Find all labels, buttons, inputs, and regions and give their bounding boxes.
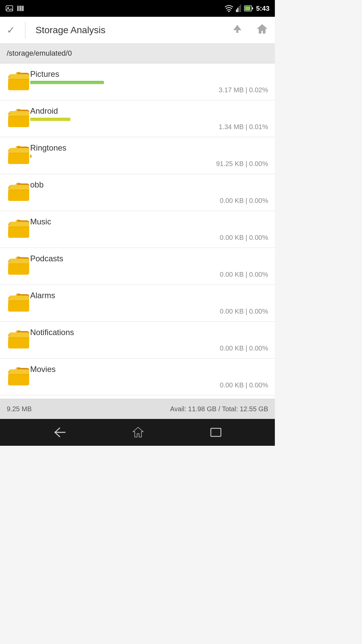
folder-icon [7,328,30,352]
bottom-status-bar: 9.25 MB Avail: 11.98 GB / Total: 12.55 G… [0,399,275,419]
recents-button[interactable] [210,427,222,437]
folder-info: Alarms0.00 KB | 0.00% [30,291,268,315]
svg-rect-14 [245,6,250,10]
folder-info: Android1.34 MB | 0.01% [30,106,268,131]
up-button[interactable] [232,23,243,37]
folder-size: 91.25 KB | 0.00% [30,160,268,168]
signal-icon [236,5,241,12]
folder-info: obb0.00 KB | 0.00% [30,180,268,205]
folder-info: Music0.00 KB | 0.00% [30,217,268,241]
folder-info: Notifications0.00 KB | 0.00% [30,328,268,352]
svg-marker-15 [233,25,241,30]
folder-icon [7,181,30,204]
path-bar: /storage/emulated/0 [0,44,275,63]
folder-name: Movies [30,365,268,374]
folder-list: Pictures3.17 MB | 0.02% Android1.34 MB |… [0,63,275,399]
folder-item-android[interactable]: Android1.34 MB | 0.01% [0,100,275,137]
folder-progress-bar-container [30,192,268,195]
svg-rect-2 [17,6,18,11]
svg-rect-0 [6,6,13,11]
folder-size: 0.00 KB | 0.00% [30,234,268,241]
folder-icon [7,144,30,167]
folder-icon [7,365,30,388]
svg-rect-3 [19,6,20,11]
used-space: 9.25 MB [7,405,32,413]
folder-progress-bar [30,118,70,121]
folder-progress-bar-container [30,376,268,379]
status-right-icons: 5:43 [225,5,269,12]
folder-progress-bar-container [30,302,268,306]
folder-size: 0.00 KB | 0.00% [30,197,268,205]
folder-item-music[interactable]: Music0.00 KB | 0.00% [0,211,275,248]
folder-size: 0.00 KB | 0.00% [30,381,268,389]
folder-icon [7,107,30,130]
folder-item-movies[interactable]: Movies0.00 KB | 0.00% [0,359,275,395]
folder-progress-bar-container [30,118,268,121]
toolbar-divider [25,22,25,39]
home-button[interactable] [256,23,268,37]
barcode-icon [17,4,25,12]
folder-size: 3.17 MB | 0.02% [30,86,268,94]
status-left-icons [5,4,25,12]
svg-rect-16 [236,30,238,33]
folder-size: 0.00 KB | 0.00% [30,308,268,315]
folder-icon [7,218,30,241]
svg-rect-9 [237,8,238,12]
check-button[interactable]: ✓ [7,24,15,36]
folder-progress-bar [30,81,104,84]
folder-name: Music [30,217,268,226]
folder-size: 1.34 MB | 0.01% [30,123,268,131]
folder-progress-bar-container [30,155,268,158]
current-path: /storage/emulated/0 [7,49,72,57]
folder-item-alarms[interactable]: Alarms0.00 KB | 0.00% [0,285,275,322]
folder-name: obb [30,180,268,190]
folder-item-ringtones[interactable]: Ringtones91.25 KB | 0.00% [0,137,275,174]
folder-info: Podcasts0.00 KB | 0.00% [30,254,268,278]
folder-icon [7,255,30,278]
svg-rect-10 [239,6,240,12]
nav-bar [0,419,275,446]
svg-rect-20 [211,428,221,436]
page-title: Storage Analysis [36,25,225,36]
folder-item-obb[interactable]: obb0.00 KB | 0.00% [0,174,275,211]
svg-rect-13 [252,7,253,9]
folder-name: Alarms [30,291,268,300]
toolbar: ✓ Storage Analysis [0,17,275,44]
back-button[interactable] [53,427,66,437]
svg-point-7 [228,11,230,12]
folder-name: Pictures [30,69,268,79]
folder-info: Movies0.00 KB | 0.00% [30,365,268,389]
folder-icon [7,291,30,315]
folder-progress-bar-container [30,81,268,84]
svg-marker-19 [133,427,143,437]
folder-name: Ringtones [30,143,268,153]
folder-name: Android [30,106,268,116]
folder-size: 0.00 KB | 0.00% [30,271,268,278]
avail-space: Avail: 11.98 GB / Total: 12.55 GB [170,405,268,413]
svg-rect-6 [22,6,23,11]
svg-marker-17 [257,24,267,34]
folder-info: Pictures3.17 MB | 0.02% [30,69,268,94]
folder-progress-bar-container [30,265,268,269]
folder-info: Ringtones91.25 KB | 0.00% [30,143,268,168]
folder-item-notifications[interactable]: Notifications0.00 KB | 0.00% [0,322,275,359]
folder-name: Podcasts [30,254,268,263]
status-time: 5:43 [256,5,269,12]
status-bar: 5:43 [0,0,275,17]
svg-rect-8 [236,9,237,12]
folder-size: 0.00 KB | 0.00% [30,344,268,352]
folder-icon [7,70,30,93]
folder-progress-bar [30,155,32,158]
folder-progress-bar-container [30,339,268,342]
battery-icon [244,5,253,12]
svg-rect-5 [21,6,22,11]
svg-rect-11 [240,5,241,12]
folder-item-pictures[interactable]: Pictures3.17 MB | 0.02% [0,63,275,100]
folder-item-podcasts[interactable]: Podcasts0.00 KB | 0.00% [0,248,275,285]
svg-rect-4 [20,6,21,11]
folder-progress-bar-container [30,228,268,232]
wifi-icon [225,5,233,12]
image-icon [5,4,13,12]
folder-name: Notifications [30,328,268,337]
home-nav-button[interactable] [132,426,144,438]
